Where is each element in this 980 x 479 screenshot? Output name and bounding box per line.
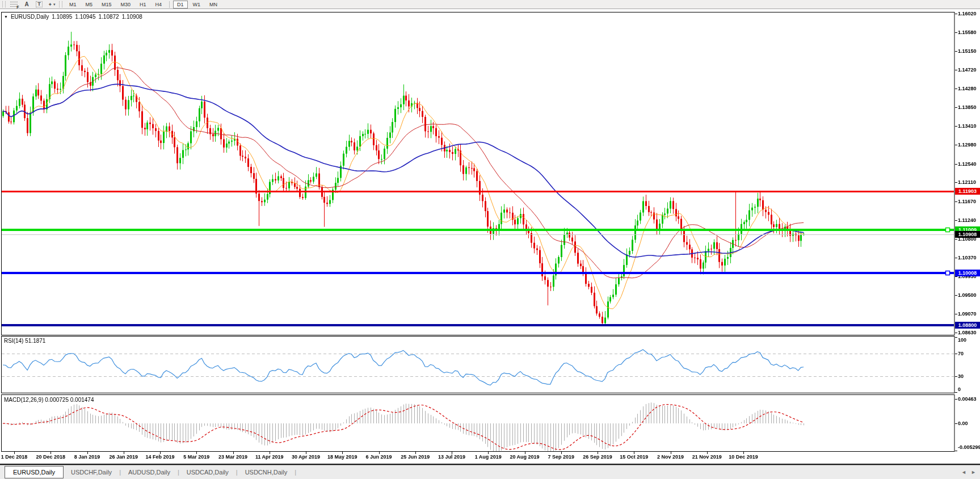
timeframe-button-m5[interactable]: M5 [82,1,97,9]
rsi-axis-label: 0 [958,386,961,392]
price-axis-label: 1.15150 [958,48,980,54]
price-axis-label: 1.09500 [958,292,980,298]
price-axis-label: 1.12540 [958,161,980,167]
price-axis-label: 1.11670 [958,199,980,204]
date-axis-label: 5 Mar 2019 [176,454,216,460]
price-axis-label: 1.13850 [958,104,980,110]
macd-axis-label: 0.00 [958,421,968,426]
tab-usdcnh-daily[interactable]: USDCNH,Daily [238,469,295,476]
text-tool-button[interactable]: A [22,1,31,9]
arrows-tool-icon: ✦ [48,2,52,7]
rsi-axis-label: 100 [958,337,966,343]
dropdown-caret-icon: ▾ [53,2,56,7]
price-chart-canvas[interactable] [0,0,980,479]
tab-scroll-left-icon[interactable]: ◄ [961,469,966,475]
toolbar-grip[interactable] [59,1,62,7]
timeframe-button-mn[interactable]: MN [205,1,221,9]
date-axis-label: 21 Nov 2019 [687,454,727,460]
price-axis-label: 1.08630 [958,330,980,335]
bar-close-value: 1.10908 [122,14,142,20]
price-axis-label: 1.09070 [958,311,980,317]
tab-eurusd-daily[interactable]: EURUSD,Daily [5,466,64,478]
timeframe-button-m30[interactable]: M30 [117,1,135,9]
timeframe-button-m15[interactable]: M15 [98,1,116,9]
date-axis-label: 30 Apr 2019 [286,454,326,460]
price-axis-label: 1.14720 [958,67,980,73]
mt4-window: F A T ✦ ▾ M1M5M15M30H1H4D1W1MN ▼ EURUSD,… [0,0,980,479]
price-axis-label: 1.16020 [958,11,980,16]
chart-title: ▼ EURUSD,Daily 1.10895 1.10945 1.10872 1… [4,14,145,20]
macd-axis-label: -0.005299 [958,444,980,450]
date-axis-label: 14 Feb 2019 [140,454,180,460]
timeframe-button-d1[interactable]: D1 [173,1,188,9]
rsi-axis-label: 30 [958,373,964,379]
date-axis-label: 8 Jan 2019 [68,454,107,460]
price-axis-label: 1.10370 [958,255,980,260]
bar-low-value: 1.10872 [98,14,119,20]
fibonacci-tool-button[interactable]: F [10,1,19,9]
date-axis-label: 26 Sep 2019 [578,454,617,460]
tab-usdchf-daily[interactable]: USDCHF,Daily [64,469,119,476]
toolbar-grip[interactable] [2,1,6,7]
price-axis-label: 1.12110 [958,179,980,185]
bar-high-value: 1.10945 [75,14,95,20]
date-axis-label: 26 Jan 2019 [104,454,144,460]
date-axis-label: 1 Aug 2019 [468,454,508,460]
date-axis-label: 18 May 2019 [322,454,362,460]
timeframe-button-h4[interactable]: H4 [152,1,166,9]
timeframe-button-h1[interactable]: H1 [136,1,150,9]
tab-usdcad-daily[interactable]: USDCAD,Daily [179,469,236,476]
macd-axis-label: 0.00463 [958,396,977,402]
price-axis-label: 1.11240 [958,217,980,223]
date-axis-label: 15 Oct 2019 [614,454,654,460]
top-toolbar: F A T ✦ ▾ M1M5M15M30H1H4D1W1MN [0,0,980,9]
timeframe-button-w1[interactable]: W1 [189,1,205,9]
price-badge: 1.10908 [955,231,980,238]
date-axis-label: 11 Apr 2019 [250,454,289,460]
label-tool-icon: T [36,1,43,7]
price-axis-label: 1.15580 [958,30,980,35]
date-axis-label: 10 Dec 2019 [724,454,763,460]
tab-audusd-daily[interactable]: AUDUSD,Daily [121,469,178,476]
date-axis-label: 1 Dec 2018 [0,454,34,460]
toolbar-separator [169,1,170,8]
date-axis-label: 20 Aug 2019 [505,454,545,460]
date-axis-label: 2 Nov 2019 [651,454,691,460]
timeframe-button-m1[interactable]: M1 [65,1,81,9]
timeframe-button-group: M1M5M15M30H1H4D1W1MN [65,1,222,9]
fibonacci-retracement-icon: F [10,1,19,8]
chart-symbol-period: EURUSD,Daily [11,14,49,20]
date-axis-label: 13 Jul 2019 [432,454,472,460]
price-badge: 1.08800 [955,322,980,329]
bar-open-value: 1.10895 [52,14,72,20]
date-axis-label: 7 Sep 2019 [541,454,581,460]
tab-scroll-right-icon[interactable]: ► [971,469,976,475]
arrows-tool-button[interactable]: ✦ ▾ [47,1,56,9]
price-axis-label: 1.14280 [958,86,980,91]
date-axis-label: 20 Dec 2018 [31,454,70,460]
price-axis-label: 1.13410 [958,123,980,129]
price-badge: 1.11903 [955,188,980,195]
date-axis-label: 23 Mar 2019 [213,454,253,460]
macd-indicator-label: MACD(12,26,9) 0.000725 0.001474 [4,397,94,403]
rsi-axis-label: 70 [958,351,964,356]
tab-separator: | [295,469,296,476]
chart-menu-triangle-icon[interactable]: ▼ [4,15,8,19]
price-badge: 1.10008 [955,270,980,276]
chart-tab-bar: EURUSD,DailyUSDCHF,Daily|AUDUSD,Daily|US… [0,465,980,479]
date-axis-label: 6 Jun 2019 [359,454,399,460]
rsi-indicator-label: RSI(14) 51.1871 [4,338,45,344]
date-axis-label: 25 Jun 2019 [396,454,435,460]
text-tool-icon: A [24,1,28,7]
label-tool-button[interactable]: T [35,1,44,9]
price-axis-label: 1.12980 [958,142,980,148]
